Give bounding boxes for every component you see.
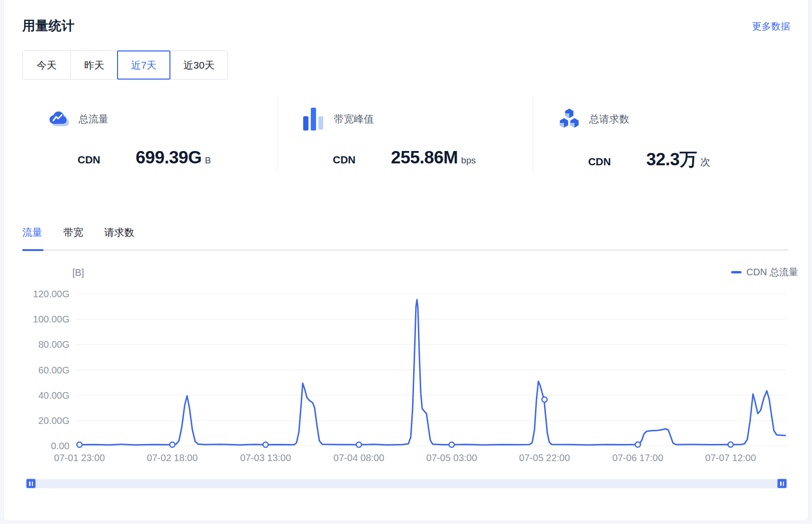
data-point-marker	[635, 442, 641, 447]
datazoom-slider-track[interactable]	[27, 479, 786, 488]
x-axis-tick-label: 07-01 23:00	[54, 453, 105, 463]
stat-card-total-requests: 总请求数 CDN 32.3万 次	[533, 96, 788, 171]
range-tab-today[interactable]: 今天	[23, 51, 70, 79]
stat-label: 总流量	[79, 112, 109, 126]
x-axis-tick-label: 07-05 22:00	[519, 453, 570, 463]
traffic-line-chart[interactable]: 120.00G100.00G80.00G60.00G40.00G20.00G0.…	[0, 257, 812, 472]
range-tab-last30days[interactable]: 近30天	[170, 51, 228, 79]
datazoom-right-handle[interactable]	[777, 479, 787, 488]
bandwidth-bars-icon	[302, 108, 325, 131]
stat-label: 带宽峰值	[334, 112, 374, 126]
range-tab-yesterday[interactable]: 昨天	[70, 51, 118, 79]
pause-icon	[29, 482, 34, 486]
stat-value: 255.86M	[391, 148, 458, 168]
tab-requests[interactable]: 请求数	[104, 226, 134, 244]
stat-card-total-traffic: 总流量 CDN 699.39G B	[22, 96, 277, 171]
stat-value: 699.39G	[136, 148, 201, 168]
stat-product: CDN	[588, 156, 646, 168]
x-axis-tick-label: 07-03 13:00	[240, 453, 291, 463]
x-axis-tick-label: 07-02 18:00	[147, 453, 198, 463]
y-axis-tick-label: 100.00G	[33, 314, 69, 324]
metric-tabs: 流量 带宽 请求数	[22, 226, 155, 244]
y-axis-tick-label: 120.00G	[33, 289, 69, 299]
data-point-marker	[356, 442, 362, 447]
y-axis-tick-label: 80.00G	[38, 339, 69, 350]
data-point-marker	[170, 442, 175, 447]
stat-product: CDN	[78, 154, 136, 166]
range-tab-last7days[interactable]: 近7天	[117, 50, 170, 80]
data-point-marker	[728, 442, 733, 447]
stat-unit: B	[205, 155, 211, 166]
pause-icon	[780, 482, 785, 486]
x-axis-tick-label: 07-05 03:00	[426, 453, 477, 463]
time-range-tabs: 今天 昨天 近7天 近30天	[22, 50, 228, 80]
page-title: 用量统计	[22, 17, 75, 34]
stat-unit: bps	[461, 155, 476, 166]
y-axis-tick-label: 40.00G	[38, 390, 69, 401]
data-point-marker	[542, 397, 547, 402]
data-point-marker	[77, 442, 82, 447]
x-axis-tick-label: 07-04 08:00	[334, 453, 385, 463]
stat-label: 总请求数	[589, 112, 629, 126]
stat-card-peak-bandwidth: 带宽峰值 CDN 255.86M bps	[277, 96, 532, 171]
stat-product: CDN	[333, 154, 391, 166]
stat-value: 32.3万	[646, 148, 697, 171]
data-point-marker	[449, 442, 455, 447]
request-cubes-icon	[558, 108, 581, 131]
datazoom-left-handle[interactable]	[26, 479, 36, 488]
data-point-marker	[263, 442, 268, 447]
x-axis-tick-label: 07-06 17:00	[613, 453, 663, 463]
active-tab-indicator	[22, 249, 43, 251]
stats-row: 总流量 CDN 699.39G B 带宽峰值 CDN	[22, 96, 788, 171]
y-axis-tick-label: 60.00G	[38, 365, 69, 375]
y-axis-tick-label: 0.00	[51, 441, 69, 451]
tab-traffic[interactable]: 流量	[22, 226, 42, 244]
stat-unit: 次	[700, 155, 710, 169]
y-axis-tick-label: 20.00G	[38, 415, 69, 426]
series-line-cdn-total-traffic	[79, 300, 785, 445]
more-data-link[interactable]: 更多数据	[752, 20, 790, 33]
tab-bandwidth[interactable]: 带宽	[63, 226, 83, 244]
tab-track	[22, 249, 788, 251]
cloud-traffic-icon	[47, 108, 70, 131]
x-axis-tick-label: 07-07 12:00	[705, 453, 756, 463]
